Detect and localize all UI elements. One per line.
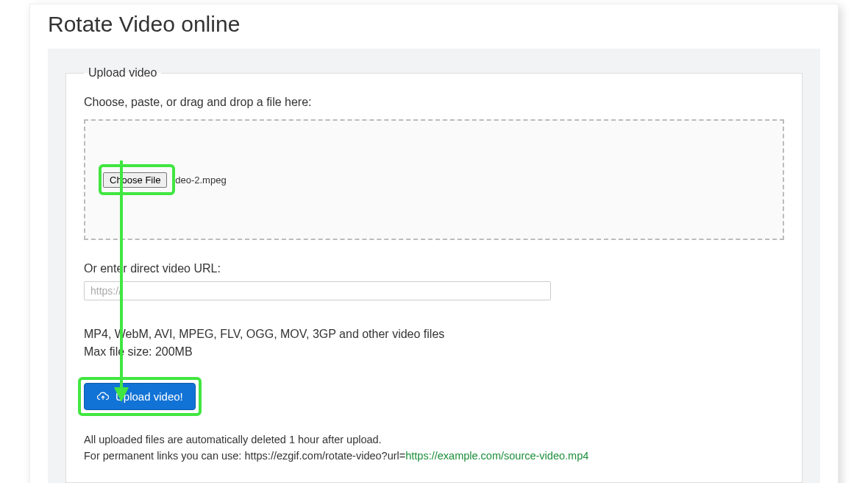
selected-filename: ideo-2.mpeg	[173, 174, 226, 186]
choose-file-button[interactable]: Choose File	[103, 172, 167, 188]
example-url-link[interactable]: https://example.com/source-video.mp4	[405, 450, 588, 462]
format-info: MP4, WebM, AVI, MPEG, FLV, OGG, MOV, 3GP…	[84, 325, 784, 361]
page-container: Rotate Video online Upload video Choose,…	[29, 4, 839, 483]
upload-button-wrap: Upload video!	[84, 383, 196, 410]
page-title: Rotate Video online	[30, 4, 838, 49]
grey-panel: Upload video Choose, paste, or drag and …	[48, 49, 820, 483]
or-url-label: Or enter direct video URL:	[84, 262, 784, 275]
video-url-input[interactable]	[84, 281, 551, 300]
file-dropzone[interactable]: Choose File ideo-2.mpeg	[84, 119, 784, 240]
maxsize-line: Max file size: 200MB	[84, 343, 784, 361]
instruction-text: Choose, paste, or drag and drop a file h…	[84, 96, 784, 109]
formats-line: MP4, WebM, AVI, MPEG, FLV, OGG, MOV, 3GP…	[84, 325, 784, 343]
fieldset-legend: Upload video	[84, 66, 161, 80]
disclaimer-line-1: All uploaded files are automatically del…	[84, 432, 784, 448]
disclaimer-line-2: For permanent links you can use: https:/…	[84, 448, 784, 465]
upload-button-label: Upload video!	[115, 390, 183, 403]
upload-video-button[interactable]: Upload video!	[84, 383, 196, 410]
disclaimer-prefix: For permanent links you can use: https:/…	[84, 450, 405, 462]
disclaimer: All uploaded files are automatically del…	[84, 432, 784, 465]
upload-fieldset: Upload video Choose, paste, or drag and …	[65, 66, 803, 483]
cloud-upload-icon	[96, 392, 110, 402]
